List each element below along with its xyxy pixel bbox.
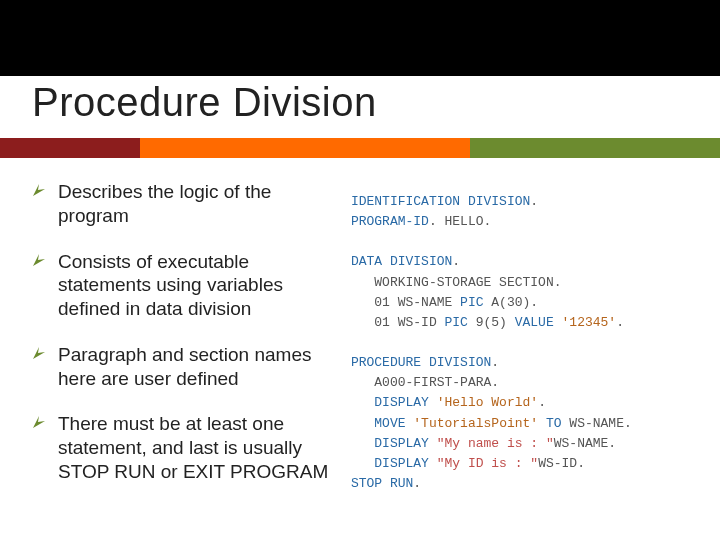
code-text (538, 416, 546, 431)
bullet-text: Paragraph and section names here are use… (58, 343, 335, 391)
code-text (429, 395, 437, 410)
code-text: . (616, 315, 624, 330)
accent-bar-orange (140, 138, 470, 158)
code-text: WS-ID. (538, 456, 585, 471)
code-keyword: DISPLAY (374, 456, 429, 471)
code-keyword: STOP RUN (351, 476, 413, 491)
code-text (351, 456, 374, 471)
code-text (554, 315, 562, 330)
arrow-icon (32, 415, 48, 429)
code-text (429, 456, 437, 471)
code-keyword: DATA DIVISION (351, 254, 452, 269)
code-keyword: PIC (445, 315, 468, 330)
code-keyword: PIC (460, 295, 483, 310)
slide-title: Procedure Division (32, 80, 377, 125)
bullet-text: There must be at least one statement, an… (58, 412, 335, 483)
code-string: "My name is : " (437, 436, 554, 451)
code-column: IDENTIFICATION DIVISION. PROGRAM-ID. HEL… (347, 180, 688, 520)
code-keyword: DISPLAY (374, 436, 429, 451)
code-keyword: DISPLAY (374, 395, 429, 410)
accent-bar (0, 138, 720, 158)
code-string: 'TutorialsPoint' (413, 416, 538, 431)
code-text: WS-NAME. (562, 416, 632, 431)
code-keyword: MOVE (374, 416, 405, 431)
accent-bar-dark-red (0, 138, 140, 158)
code-text: . (538, 395, 546, 410)
code-text (429, 436, 437, 451)
bullet-text: Describes the logic of the program (58, 180, 335, 228)
code-keyword: IDENTIFICATION DIVISION (351, 194, 530, 209)
code-string: "My ID is : " (437, 456, 538, 471)
code-keyword: TO (546, 416, 562, 431)
bullet-item: Paragraph and section names here are use… (32, 343, 335, 391)
accent-bar-green (470, 138, 720, 158)
code-text: 9(5) (468, 315, 515, 330)
bullet-list: Describes the logic of the program Consi… (32, 180, 335, 484)
bullet-item: Consists of executable statements using … (32, 250, 335, 321)
bullet-text: Consists of executable statements using … (58, 250, 335, 321)
code-text: . (491, 355, 499, 370)
code-text: WORKING-STORAGE SECTION. (351, 275, 562, 290)
code-text: 01 WS-ID (351, 315, 445, 330)
code-block: IDENTIFICATION DIVISION. PROGRAM-ID. HEL… (351, 192, 688, 494)
content-area: Describes the logic of the program Consi… (32, 180, 688, 520)
slide: Procedure Division Describes the logic o… (0, 0, 720, 540)
code-text: A(30). (484, 295, 539, 310)
arrow-icon (32, 183, 48, 197)
code-keyword: PROGRAM-ID (351, 214, 429, 229)
arrow-icon (32, 346, 48, 360)
bullet-item: Describes the logic of the program (32, 180, 335, 228)
code-text: 01 WS-NAME (351, 295, 460, 310)
code-text: . (452, 254, 460, 269)
code-text: . (530, 194, 538, 209)
code-text (351, 436, 374, 451)
code-text (351, 416, 374, 431)
bullet-item: There must be at least one statement, an… (32, 412, 335, 483)
code-string: 'Hello World' (437, 395, 538, 410)
arrow-icon (32, 253, 48, 267)
code-text: . HELLO. (429, 214, 491, 229)
header-bar-black (0, 0, 720, 76)
code-string: '12345' (562, 315, 617, 330)
bullet-column: Describes the logic of the program Consi… (32, 180, 347, 520)
code-text: A000-FIRST-PARA. (351, 375, 499, 390)
code-text: . (413, 476, 421, 491)
code-text: WS-NAME. (554, 436, 616, 451)
code-keyword: VALUE (515, 315, 554, 330)
code-text (351, 395, 374, 410)
code-keyword: PROCEDURE DIVISION (351, 355, 491, 370)
